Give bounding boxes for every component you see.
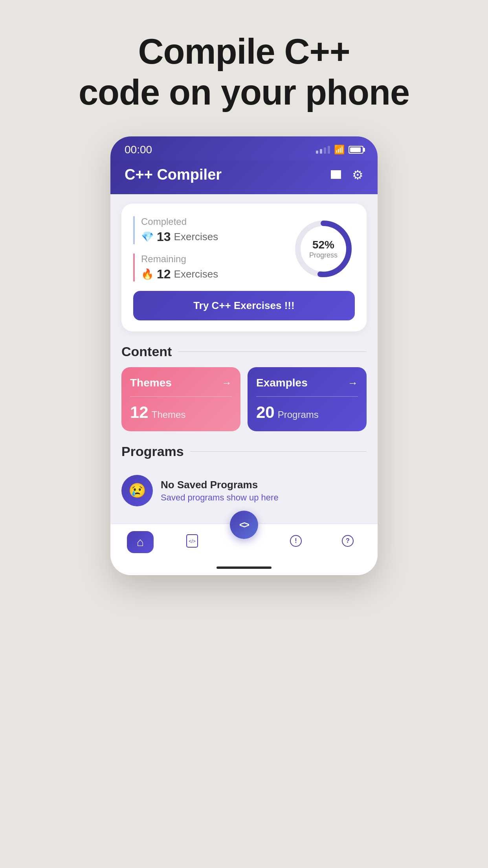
no-programs: 😢 No Saved Programs Saved programs show … <box>121 467 367 514</box>
completed-number: 13 <box>157 230 171 244</box>
remaining-number: 12 <box>157 267 171 281</box>
grid-icon[interactable]: ⯀️ <box>330 167 343 182</box>
home-indicator <box>110 563 378 575</box>
examples-unit: Programs <box>278 409 319 420</box>
nav-home[interactable]: ⌂ <box>125 530 156 554</box>
themes-count-row: 12 Themes <box>130 403 232 422</box>
donut-percent: 52% <box>309 239 338 251</box>
themes-card-top: Themes → <box>130 377 232 389</box>
programs-section-line <box>190 451 367 452</box>
remaining-label: Remaining <box>141 254 218 265</box>
progress-inner: Completed 💎 13 Exercises Remaining <box>133 216 355 281</box>
sad-avatar: 😢 <box>121 475 153 506</box>
signal-dots <box>316 146 330 154</box>
themes-arrow: → <box>222 377 232 389</box>
remaining-stat: Remaining 🔥 12 Exercises <box>133 254 292 281</box>
home-bar <box>216 566 272 569</box>
themes-number: 12 <box>130 403 149 422</box>
completed-unit: Exercises <box>174 231 218 243</box>
wifi-icon: 📶 <box>334 145 345 155</box>
content-grid: Themes → 12 Themes Examples → 20 Program… <box>121 367 367 431</box>
phone-frame: 00:00 📶 C++ Compiler ⯀️ ⚙ <box>110 136 378 575</box>
examples-card[interactable]: Examples → 20 Programs <box>248 367 367 431</box>
programs-section-header: Programs <box>121 444 367 459</box>
main-content: Completed 💎 13 Exercises Remaining <box>110 194 378 524</box>
examples-number: 20 <box>256 403 275 422</box>
donut-label: Progress <box>309 251 338 259</box>
examples-arrow: → <box>348 377 358 389</box>
themes-card[interactable]: Themes → 12 Themes <box>121 367 240 431</box>
headline-line1: Compile C++ <box>138 32 350 71</box>
app-title: C++ Compiler <box>125 166 222 183</box>
status-time: 00:00 <box>125 143 152 156</box>
nav-code[interactable]: </> <box>176 530 208 554</box>
bottom-nav: <> ⌂ </> ! <box>110 524 378 563</box>
exercise-button[interactable]: Try C++ Exercises !!! <box>133 291 355 320</box>
battery-icon <box>349 146 363 154</box>
dot3 <box>324 147 326 154</box>
donut-text: 52% Progress <box>309 239 338 259</box>
examples-count-row: 20 Programs <box>256 403 358 422</box>
nav-icon-bg: ⌂ <box>127 531 154 553</box>
nav-help[interactable]: ? <box>332 530 363 554</box>
svg-text:</>: </> <box>189 539 195 544</box>
svg-text:!: ! <box>295 537 297 544</box>
examples-divider <box>256 396 358 397</box>
remaining-icon: 🔥 <box>141 268 154 280</box>
svg-text:?: ? <box>346 537 350 544</box>
themes-divider <box>130 396 232 397</box>
status-bar: 00:00 📶 <box>110 136 378 160</box>
settings-icon[interactable]: ⚙ <box>352 167 363 182</box>
completed-icon: 💎 <box>141 231 154 243</box>
dot4 <box>328 146 330 154</box>
no-programs-text: No Saved Programs Saved programs show up… <box>161 479 279 503</box>
sad-face-icon: 😢 <box>128 482 146 499</box>
themes-title: Themes <box>130 377 172 389</box>
no-programs-subtitle: Saved programs show up here <box>161 493 279 503</box>
dot2 <box>320 149 322 154</box>
nav-alert[interactable]: ! <box>280 530 312 554</box>
remaining-info: Remaining 🔥 12 Exercises <box>141 254 218 281</box>
header-icons: ⯀️ ⚙ <box>330 167 363 182</box>
content-section-line <box>178 351 367 352</box>
completed-stat: Completed 💎 13 Exercises <box>133 216 292 244</box>
themes-unit: Themes <box>152 409 186 420</box>
code-file-icon: </> <box>186 534 198 550</box>
progress-stats: Completed 💎 13 Exercises Remaining <box>133 216 292 281</box>
donut-container: 52% Progress <box>292 217 355 280</box>
alert-icon: ! <box>290 535 302 550</box>
nav-fab[interactable]: <> <box>230 511 258 539</box>
completed-count-row: 💎 13 Exercises <box>141 230 218 244</box>
completed-label: Completed <box>141 216 218 227</box>
no-programs-title: No Saved Programs <box>161 479 279 491</box>
content-section-title: Content <box>121 344 172 359</box>
remaining-count-row: 🔥 12 Exercises <box>141 267 218 281</box>
dot1 <box>316 151 318 154</box>
progress-card: Completed 💎 13 Exercises Remaining <box>121 204 367 331</box>
battery-fill <box>350 147 361 152</box>
home-icon: ⌂ <box>137 535 144 549</box>
page-headline: Compile C++ code on your phone <box>79 31 409 113</box>
programs-section-title: Programs <box>121 444 184 459</box>
status-icons: 📶 <box>316 145 363 155</box>
completed-info: Completed 💎 13 Exercises <box>141 216 218 244</box>
headline-line2: code on your phone <box>79 73 409 112</box>
app-header: C++ Compiler ⯀️ ⚙ <box>110 160 378 194</box>
help-icon: ? <box>341 535 354 550</box>
remaining-unit: Exercises <box>174 268 218 280</box>
fab-icon: <> <box>239 519 249 530</box>
examples-title: Examples <box>256 377 308 389</box>
content-section-header: Content <box>121 344 367 359</box>
examples-card-top: Examples → <box>256 377 358 389</box>
